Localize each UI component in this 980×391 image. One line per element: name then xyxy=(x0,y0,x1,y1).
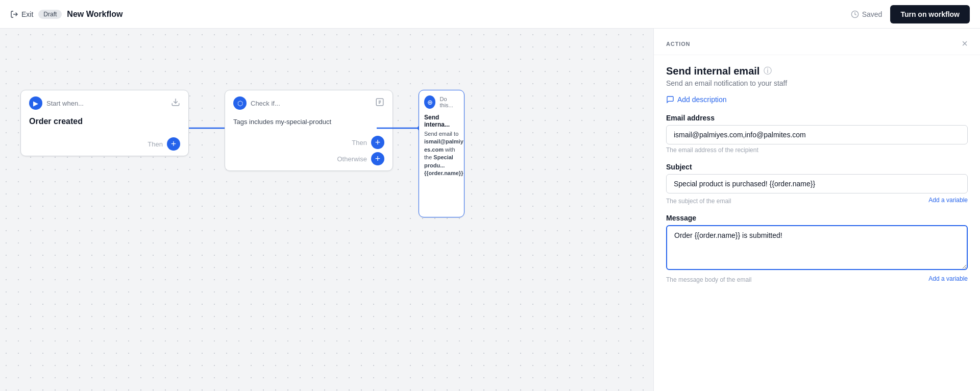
action-label: Do this... xyxy=(439,96,459,108)
condition-body: Tags includes my-special-product xyxy=(225,115,393,133)
subject-field-label: Subject xyxy=(666,163,968,171)
trigger-title: Order created xyxy=(29,117,180,126)
add-desc-label: Add description xyxy=(677,95,727,104)
trigger-add-button[interactable]: + xyxy=(167,137,180,151)
draft-badge: Draft xyxy=(38,10,62,19)
add-description-button[interactable]: Add description xyxy=(666,95,727,104)
action-node[interactable]: ⊕ Do this... Send interna... Send email … xyxy=(419,90,464,217)
otherwise-add-button[interactable]: + xyxy=(371,152,384,165)
panel-header: ACTION × xyxy=(654,29,980,55)
trigger-body: Order created xyxy=(21,115,188,133)
panel-description: Send an email notification to your staff xyxy=(666,79,968,87)
action-email: ismail@palmiy es.com xyxy=(424,138,463,152)
action-subtitle-prefix: Send email to xyxy=(424,131,458,137)
email-field-label: Email address xyxy=(666,114,968,122)
info-icon[interactable]: ⓘ xyxy=(764,66,772,77)
subject-add-variable-link[interactable]: Add a variable xyxy=(928,197,968,204)
workflow-title: New Workflow xyxy=(67,10,122,19)
exit-icon xyxy=(10,10,18,18)
then-label: Then xyxy=(352,139,367,146)
email-hint: The email address of the recipient xyxy=(666,146,968,154)
trigger-footer: Then + xyxy=(21,133,188,156)
action-header-left: ⊕ Do this... xyxy=(424,95,459,109)
then-row: Then + xyxy=(233,136,384,149)
node-header: ▶ Start when... xyxy=(21,90,188,115)
condition-header: ⬡ Check if... xyxy=(225,90,393,115)
trigger-footer-label: Then xyxy=(148,140,163,148)
message-field-group: Message The message body of the email Ad… xyxy=(666,214,968,283)
workflow-canvas[interactable]: ▶ Start when... Order created Then + xyxy=(0,29,653,391)
topbar: Exit Draft New Workflow Saved Turn on wo… xyxy=(0,0,980,29)
condition-footer: Then + Otherwise + xyxy=(225,133,393,170)
subject-input[interactable] xyxy=(666,174,968,193)
connectors-svg xyxy=(0,29,653,391)
trigger-action-icon[interactable] xyxy=(171,97,180,109)
trigger-node[interactable]: ▶ Start when... Order created Then + xyxy=(20,90,189,156)
condition-label: Check if... xyxy=(251,100,280,107)
subject-hint: The subject of the email xyxy=(666,198,731,205)
action-body: Send interna... Send email to ismail@pal… xyxy=(419,112,464,182)
main-layout: ▶ Start when... Order created Then + xyxy=(0,29,980,391)
message-textarea[interactable] xyxy=(666,225,968,270)
condition-header-left: ⬡ Check if... xyxy=(233,96,280,110)
condition-text: Tags includes my-special-product xyxy=(233,118,384,126)
turn-on-workflow-button[interactable]: Turn on workflow xyxy=(890,5,970,23)
action-title: Send interna... xyxy=(424,114,459,128)
exit-label: Exit xyxy=(21,10,33,18)
add-desc-icon xyxy=(666,95,674,104)
action-panel: ACTION × Send internal email ⓘ Send an e… xyxy=(653,29,980,391)
otherwise-row: Otherwise + xyxy=(233,152,384,165)
message-hint: The message body of the email xyxy=(666,276,751,283)
action-header: ⊕ Do this... xyxy=(419,90,464,112)
panel-title-row: Send internal email ⓘ xyxy=(666,65,968,77)
condition-node-card: ⬡ Check if... Tags includes my-special-p… xyxy=(225,90,393,171)
subject-field-group: Subject The subject of the email Add a v… xyxy=(666,163,968,205)
panel-title: Send internal email xyxy=(666,65,760,77)
email-field-group: Email address The email address of the r… xyxy=(666,114,968,154)
saved-icon xyxy=(851,10,859,18)
action-subtitle: Send email to ismail@palmiy es.com with … xyxy=(424,130,459,177)
email-input[interactable] xyxy=(666,125,968,144)
otherwise-label: Otherwise xyxy=(337,155,367,163)
message-add-variable-link[interactable]: Add a variable xyxy=(928,275,968,282)
condition-node[interactable]: ⬡ Check if... Tags includes my-special-p… xyxy=(225,90,378,171)
message-hint-row: The message body of the email Add a vari… xyxy=(666,274,968,283)
message-field-label: Message xyxy=(666,214,968,222)
exit-button[interactable]: Exit xyxy=(10,10,33,18)
topbar-left: Exit Draft New Workflow xyxy=(10,10,845,19)
topbar-right: Saved Turn on workflow xyxy=(851,5,970,23)
check-icon: ⬡ xyxy=(233,96,247,110)
panel-close-button[interactable]: × xyxy=(962,38,968,50)
panel-content: Send internal email ⓘ Send an email noti… xyxy=(654,55,980,303)
panel-section-label: ACTION xyxy=(666,41,690,47)
saved-status: Saved xyxy=(851,10,883,18)
action-node-card: ⊕ Do this... Send interna... Send email … xyxy=(419,90,464,217)
trigger-label: Start when... xyxy=(46,100,84,107)
node-header-left: ▶ Start when... xyxy=(29,96,84,110)
trigger-icon: ▶ xyxy=(29,96,42,110)
subject-hint-row: The subject of the email Add a variable xyxy=(666,196,968,205)
trigger-node-card: ▶ Start when... Order created Then + xyxy=(20,90,189,156)
condition-action-icon[interactable] xyxy=(375,97,384,109)
do-icon: ⊕ xyxy=(424,95,435,109)
saved-label: Saved xyxy=(862,10,883,18)
